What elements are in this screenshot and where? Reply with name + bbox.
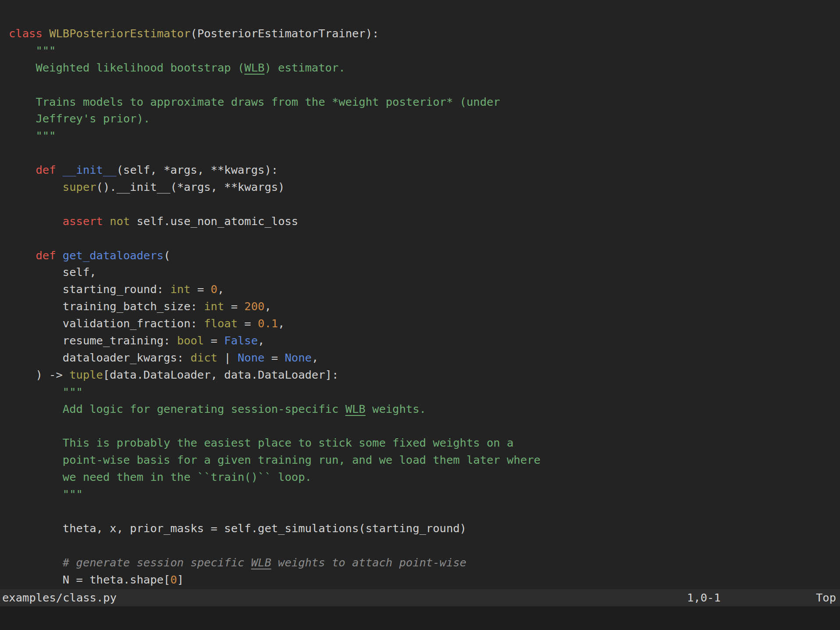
code-line[interactable]: Jeffrey's prior). [9,110,840,127]
code-line[interactable] [9,76,840,93]
code-line[interactable] [9,503,840,520]
code-token: __init__ [63,163,117,176]
code-token: ( [164,249,170,262]
scroll-indicator: Top [816,589,836,606]
status-filename: examples/class.py [2,589,117,606]
cursor-position: 1,0-1 [687,589,721,606]
code-token: we need them in the ``train()`` loop. [9,470,312,483]
code-token [56,163,62,176]
code-token: , [312,351,318,364]
code-token: int [170,283,190,296]
code-token: def [36,163,56,176]
code-token: super [63,180,96,193]
code-token: None [238,351,264,364]
code-line[interactable]: This is probably the easiest place to st… [9,434,840,451]
code-line[interactable]: dataloader_kwargs: dict | None = None, [9,349,840,366]
code-token: WLB [251,556,271,569]
code-token [9,249,36,262]
code-token: float [204,317,238,330]
code-line[interactable]: starting_round: int = 0, [9,281,840,298]
code-token: WLBPosteriorEstimator [49,27,190,40]
code-token: bool [177,334,204,347]
code-token: Trains models to approximate draws from … [9,95,500,108]
code-token: = [224,300,244,313]
code-line[interactable]: # generate session specific WLB weights … [9,554,840,571]
code-line[interactable]: resume_training: bool = False, [9,332,840,349]
code-token: # generate session specific [9,556,251,569]
code-line[interactable]: """ [9,383,840,401]
code-editor[interactable]: class WLBPosteriorEstimator(PosteriorEst… [9,25,840,588]
code-line[interactable]: """ [9,486,840,503]
code-token: WLB [345,402,366,415]
code-line[interactable]: class WLBPosteriorEstimator(PosteriorEst… [9,25,840,42]
code-token: = [191,283,211,296]
code-line[interactable] [9,144,840,161]
code-token: 200 [244,300,264,313]
code-token: def [36,249,56,262]
code-line[interactable]: training_batch_size: int = 200, [9,298,840,315]
code-line[interactable]: def get_dataloaders( [9,247,840,264]
code-token: WLB [244,61,264,74]
code-line[interactable] [9,196,840,213]
code-token: ) -> [9,368,69,381]
code-token: Jeffrey's prior). [9,112,150,125]
code-token: | [217,351,238,364]
command-line[interactable] [0,606,840,630]
code-line[interactable] [9,417,840,434]
code-line[interactable]: point-wise basis for a given training ru… [9,451,840,469]
code-token: class [9,27,43,40]
code-token: self.use_non_atomic_loss [130,215,298,228]
code-line[interactable]: def __init__(self, *args, **kwargs): [9,161,840,179]
code-line[interactable] [9,537,840,554]
code-token: , [278,317,285,330]
code-line[interactable]: """ [9,127,840,144]
code-token: 0 [170,573,177,586]
code-line[interactable]: validation_fraction: float = 0.1, [9,315,840,332]
code-token: resume_training: [9,334,177,347]
code-line[interactable]: Trains models to approximate draws from … [9,93,840,111]
code-token: int [204,300,224,313]
code-token: 0 [211,283,217,296]
code-line[interactable]: Add logic for generating session-specifi… [9,401,840,418]
code-line[interactable]: N = theta.shape[0] [9,571,840,588]
code-token: """ [9,129,56,142]
code-token: , [217,283,224,296]
code-token [9,180,63,193]
code-line[interactable]: """ [9,42,840,59]
code-token [56,249,62,262]
code-token: """ [9,487,83,501]
code-token: """ [9,385,83,398]
code-token: N = theta.shape[ [9,573,170,586]
code-line[interactable]: super().__init__(*args, **kwargs) [9,179,840,196]
code-token: validation_fraction: [9,317,204,330]
code-token: 0.1 [258,317,278,330]
code-line[interactable]: assert not self.use_non_atomic_loss [9,213,840,230]
code-line[interactable]: theta, x, prior_masks = self.get_simulat… [9,520,840,537]
code-token: ) estimator. [264,61,345,74]
code-line[interactable]: ) -> tuple[data.DataLoader, data.DataLoa… [9,366,840,383]
code-token: None [285,351,311,364]
code-token: not [110,215,130,228]
code-line[interactable] [9,230,840,247]
editor-window: class WLBPosteriorEstimator(PosteriorEst… [0,0,840,630]
code-token [43,27,49,40]
code-token: This is probably the easiest place to st… [9,436,513,449]
code-token: (self, *args, **kwargs): [117,163,278,176]
code-token: weights. [366,402,426,415]
code-token: ().__init__(*args, **kwargs) [96,180,285,193]
code-token: point-wise basis for a given training ru… [9,453,541,466]
code-token: [data.DataLoader, data.DataLoader]: [103,368,338,381]
code-token: ] [177,573,184,586]
code-line[interactable]: Weighted likelihood bootstrap (WLB) esti… [9,59,840,76]
code-token: starting_round: [9,283,170,296]
code-token: tuple [69,368,103,381]
code-token: assert [63,215,103,228]
code-token: = [238,317,258,330]
code-line[interactable]: self, [9,264,840,281]
status-bar: examples/class.py 1,0-1 Top [0,589,840,606]
code-line[interactable]: we need them in the ``train()`` loop. [9,469,840,486]
code-token: = [204,334,224,347]
code-token [103,215,110,228]
code-token [9,215,63,228]
code-token: (PosteriorEstimatorTrainer): [191,27,379,40]
